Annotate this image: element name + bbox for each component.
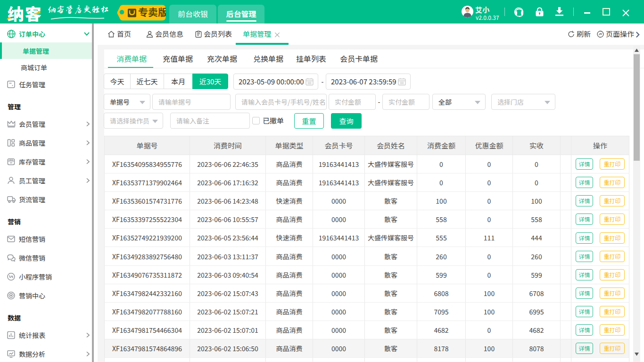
svg-text:专卖版: 专卖版 (138, 5, 166, 19)
